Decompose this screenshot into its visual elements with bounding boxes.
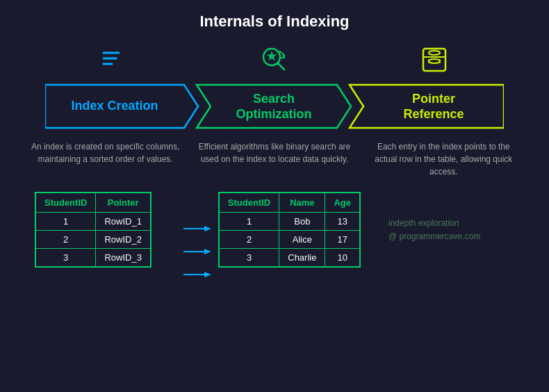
data-table: StudentID Name Age 1Bob132Alice173Charli… — [218, 192, 361, 268]
data-table-header-studentid: StudentID — [219, 193, 279, 213]
index-table: StudentID Pointer 1RowID_12RowID_23RowID… — [35, 192, 151, 268]
watermark: indepth exploration @ programmercave.com — [388, 217, 480, 243]
descriptions-row: An index is created on specific columns,… — [14, 140, 535, 178]
search-optimization-icon-wrapper — [205, 43, 344, 76]
arrows-row: Index Creation Search Optimization Point… — [14, 83, 535, 129]
svg-text:Pointer: Pointer — [412, 92, 455, 106]
table-row: 2Alice17 — [219, 231, 360, 249]
data-table-header-name: Name — [279, 193, 325, 213]
page-title: Internals of Indexing — [14, 13, 535, 31]
index-table-header-pointer: Pointer — [96, 193, 151, 213]
page-container: Internals of Indexing — [0, 0, 549, 392]
watermark-line2: @ programmercave.com — [388, 230, 480, 243]
svg-text:Optimization: Optimization — [236, 107, 312, 121]
svg-point-8 — [429, 51, 440, 55]
index-creation-desc: An index is created on specific columns,… — [29, 140, 182, 165]
index-table-wrapper: StudentID Pointer 1RowID_12RowID_23RowID… — [35, 192, 151, 268]
svg-text:Index Creation: Index Creation — [71, 99, 158, 113]
table-row: 1Bob13 — [219, 213, 360, 231]
database-icon — [418, 43, 451, 76]
arrow-1 — [183, 224, 211, 234]
table-row: 2RowID_2 — [35, 231, 151, 249]
arrows-between-tables — [183, 217, 211, 286]
pointer-reference-desc: Each entry in the index points to the ac… — [367, 140, 520, 178]
index-creation-icon-wrapper — [45, 43, 184, 76]
table-row: 1RowID_1 — [35, 213, 151, 231]
svg-text:Reference: Reference — [403, 107, 464, 121]
table-row: 3Charlie10 — [219, 249, 360, 268]
search-star-icon — [258, 43, 291, 76]
banner-svg: Index Creation Search Optimization Point… — [45, 83, 504, 129]
list-filter-icon — [98, 43, 131, 76]
arrow-3 — [183, 270, 211, 279]
data-table-header-age: Age — [325, 193, 360, 213]
table-row: 3RowID_3 — [35, 249, 151, 268]
data-table-wrapper: StudentID Name Age 1Bob132Alice173Charli… — [218, 192, 361, 268]
index-table-header-studentid: StudentID — [35, 193, 96, 213]
pointer-reference-icon-wrapper — [365, 43, 504, 76]
svg-point-9 — [429, 59, 440, 63]
svg-marker-23 — [204, 249, 211, 254]
icons-row — [14, 43, 535, 76]
search-optimization-desc: Efficient algorithms like binary search … — [198, 140, 351, 165]
svg-line-5 — [278, 63, 284, 70]
tables-section: StudentID Pointer 1RowID_12RowID_23RowID… — [14, 192, 535, 286]
svg-text:Search: Search — [253, 92, 295, 106]
arrow-2 — [183, 247, 211, 256]
svg-marker-4 — [267, 51, 277, 61]
watermark-line1: indepth exploration — [388, 217, 480, 230]
svg-marker-21 — [204, 226, 211, 231]
svg-marker-25 — [204, 272, 211, 277]
